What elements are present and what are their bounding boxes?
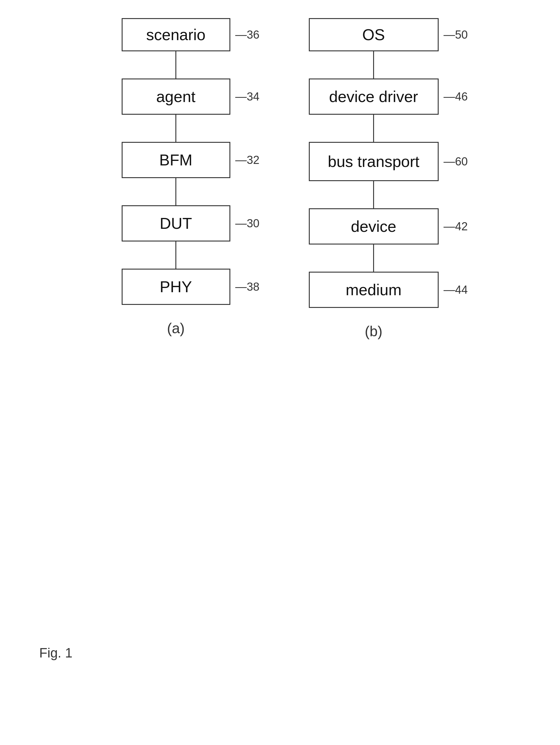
box-devdriver: device driver —46: [309, 78, 439, 115]
device-label: device: [342, 214, 405, 238]
connector-b2: [373, 115, 374, 142]
box-phy: PHY —38: [122, 269, 230, 305]
page-content: scenario —36 agent —34 BFM —32 DUT —30 P…: [0, 0, 560, 745]
bustransport-label: bus transport: [319, 150, 429, 173]
diagrams-row: scenario —36 agent —34 BFM —32 DUT —30 P…: [0, 18, 560, 339]
scenario-ref: —36: [235, 28, 259, 41]
box-medium: medium —44: [309, 272, 439, 308]
devdriver-label: device driver: [320, 85, 427, 109]
medium-label: medium: [337, 278, 410, 302]
connector-a4: [175, 241, 176, 269]
connector-b4: [373, 245, 374, 272]
caption-a: (a): [167, 320, 185, 336]
bfm-ref: —32: [235, 154, 259, 167]
connector-b3: [373, 181, 374, 208]
connector-a1: [175, 51, 176, 78]
agent-label: agent: [147, 85, 204, 109]
connector-a2: [175, 115, 176, 142]
box-bfm: BFM —32: [122, 142, 230, 178]
device-ref: —42: [443, 220, 468, 233]
connector-b1: [373, 51, 374, 78]
dut-ref: —30: [235, 217, 259, 230]
devdriver-ref: —46: [443, 90, 468, 103]
diagram-b: OS —50 device driver —46 bus transport —…: [309, 18, 439, 339]
scenario-label: scenario: [137, 23, 215, 47]
fig-label: Fig. 1: [39, 645, 72, 660]
bustransport-ref: —60: [443, 155, 468, 168]
box-dut: DUT —30: [122, 205, 230, 241]
box-os: OS —50: [309, 18, 439, 51]
diagram-a: scenario —36 agent —34 BFM —32 DUT —30 P…: [122, 18, 230, 336]
os-ref: —50: [443, 28, 468, 41]
agent-ref: —34: [235, 90, 259, 103]
caption-b: (b): [365, 323, 383, 339]
box-agent: agent —34: [122, 78, 230, 115]
phy-ref: —38: [235, 281, 259, 293]
medium-ref: —44: [443, 284, 468, 296]
phy-label: PHY: [151, 275, 201, 299]
connector-a3: [175, 178, 176, 205]
box-bustransport: bus transport —60: [309, 142, 439, 181]
bfm-label: BFM: [150, 148, 202, 172]
box-device: device —42: [309, 208, 439, 245]
os-label: OS: [353, 23, 394, 47]
box-scenario: scenario —36: [122, 18, 230, 51]
dut-label: DUT: [151, 211, 201, 235]
